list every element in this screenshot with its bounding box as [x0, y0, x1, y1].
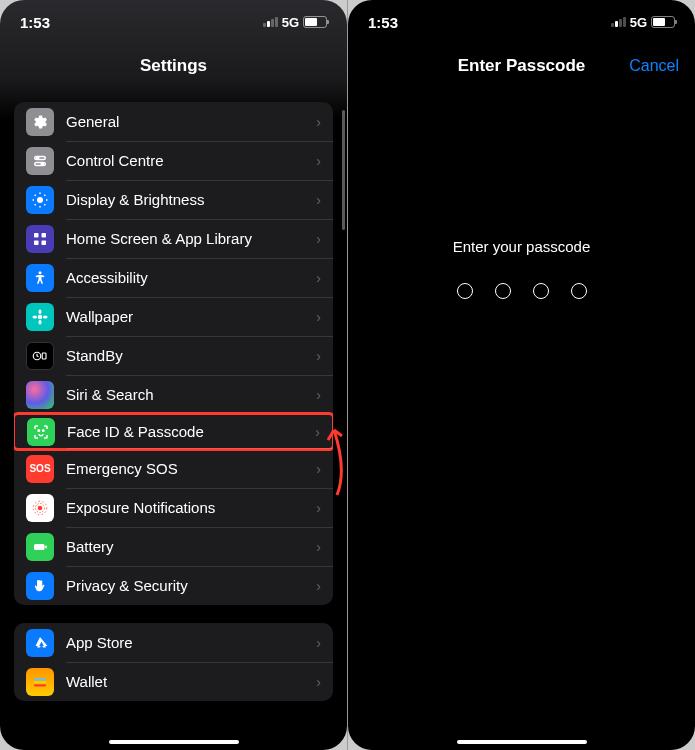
clock-icon [26, 342, 54, 370]
signal-icon [611, 17, 626, 27]
passcode-dot [533, 283, 549, 299]
sliders-icon [26, 147, 54, 175]
sos-icon: SOS [26, 455, 54, 483]
passcode-content: Enter your passcode [348, 88, 695, 299]
status-indicators: 5G [611, 15, 675, 30]
row-display-brightness[interactable]: Display & Brightness › [14, 180, 333, 219]
home-indicator[interactable] [457, 740, 587, 744]
exposure-icon [26, 494, 54, 522]
home-indicator[interactable] [109, 740, 239, 744]
svg-rect-23 [45, 545, 47, 548]
row-label: Siri & Search [66, 386, 304, 403]
nav-bar: Enter Passcode Cancel [348, 44, 695, 88]
row-label: Wallpaper [66, 308, 304, 325]
accessibility-icon [26, 264, 54, 292]
scrollbar[interactable] [342, 110, 345, 230]
sun-icon [26, 186, 54, 214]
svg-rect-26 [34, 684, 46, 686]
network-label: 5G [630, 15, 647, 30]
status-bar: 1:53 5G [348, 0, 695, 44]
signal-icon [263, 17, 278, 27]
row-emergency-sos[interactable]: SOS Emergency SOS › [14, 449, 333, 488]
chevron-right-icon: › [316, 309, 321, 325]
settings-content[interactable]: General › Control Centre › Display & Bri… [0, 88, 347, 750]
row-label: Display & Brightness [66, 191, 304, 208]
row-label: Home Screen & App Library [66, 230, 304, 247]
row-siri-search[interactable]: Siri & Search › [14, 375, 333, 414]
passcode-prompt: Enter your passcode [348, 238, 695, 255]
hand-icon [26, 572, 54, 600]
chevron-right-icon: › [316, 539, 321, 555]
row-app-store[interactable]: App Store › [14, 623, 333, 662]
svg-point-3 [41, 162, 43, 164]
appstore-icon [26, 629, 54, 657]
row-home-screen[interactable]: Home Screen & App Library › [14, 219, 333, 258]
settings-group-2: App Store › Wallet › [14, 623, 333, 701]
row-label: Accessibility [66, 269, 304, 286]
siri-icon [26, 381, 54, 409]
chevron-right-icon: › [316, 231, 321, 247]
row-label: Exposure Notifications [66, 499, 304, 516]
passcode-dot [571, 283, 587, 299]
battery-icon [26, 533, 54, 561]
svg-rect-24 [34, 678, 46, 680]
status-bar: 1:53 5G [0, 0, 347, 44]
chevron-right-icon: › [316, 348, 321, 364]
row-exposure-notifications[interactable]: Exposure Notifications › [14, 488, 333, 527]
passcode-screen: 1:53 5G Enter Passcode Cancel Enter your… [348, 0, 695, 750]
row-label: Emergency SOS [66, 460, 304, 477]
svg-point-4 [37, 197, 43, 203]
chevron-right-icon: › [315, 424, 320, 440]
status-time: 1:53 [20, 14, 50, 31]
chevron-right-icon: › [316, 153, 321, 169]
row-standby[interactable]: StandBy › [14, 336, 333, 375]
passcode-dot [457, 283, 473, 299]
row-general[interactable]: General › [14, 102, 333, 141]
row-label: Control Centre [66, 152, 304, 169]
wallet-icon [26, 668, 54, 696]
svg-point-13 [33, 315, 38, 318]
settings-screen: 1:53 5G Settings General › Control Centr… [0, 0, 347, 750]
svg-point-18 [43, 429, 45, 431]
row-accessibility[interactable]: Accessibility › [14, 258, 333, 297]
cancel-button[interactable]: Cancel [629, 57, 679, 75]
chevron-right-icon: › [316, 114, 321, 130]
chevron-right-icon: › [316, 192, 321, 208]
row-label: Face ID & Passcode [67, 423, 303, 440]
page-title: Enter Passcode [458, 56, 586, 76]
row-control-centre[interactable]: Control Centre › [14, 141, 333, 180]
status-indicators: 5G [263, 15, 327, 30]
passcode-dots [348, 283, 695, 299]
faceid-icon [27, 418, 55, 446]
svg-rect-22 [34, 544, 45, 550]
svg-rect-6 [42, 233, 47, 238]
row-battery[interactable]: Battery › [14, 527, 333, 566]
svg-point-2 [37, 156, 39, 158]
row-label: Battery [66, 538, 304, 555]
svg-rect-7 [34, 240, 39, 245]
settings-group-1: General › Control Centre › Display & Bri… [14, 102, 333, 605]
row-label: App Store [66, 634, 304, 651]
battery-icon [303, 16, 327, 28]
chevron-right-icon: › [316, 578, 321, 594]
svg-rect-8 [42, 240, 47, 245]
chevron-right-icon: › [316, 635, 321, 651]
chevron-right-icon: › [316, 270, 321, 286]
svg-rect-16 [42, 353, 46, 359]
chevron-right-icon: › [316, 461, 321, 477]
row-label: General [66, 113, 304, 130]
row-label: Privacy & Security [66, 577, 304, 594]
network-label: 5G [282, 15, 299, 30]
svg-point-12 [39, 320, 42, 325]
svg-point-14 [43, 315, 48, 318]
status-time: 1:53 [368, 14, 398, 31]
svg-point-10 [38, 314, 43, 319]
row-wallet[interactable]: Wallet › [14, 662, 333, 701]
chevron-right-icon: › [316, 500, 321, 516]
chevron-right-icon: › [316, 387, 321, 403]
row-privacy-security[interactable]: Privacy & Security › [14, 566, 333, 605]
row-label: Wallet [66, 673, 304, 690]
row-wallpaper[interactable]: Wallpaper › [14, 297, 333, 336]
row-faceid-passcode[interactable]: Face ID & Passcode › [14, 412, 333, 451]
grid-icon [26, 225, 54, 253]
